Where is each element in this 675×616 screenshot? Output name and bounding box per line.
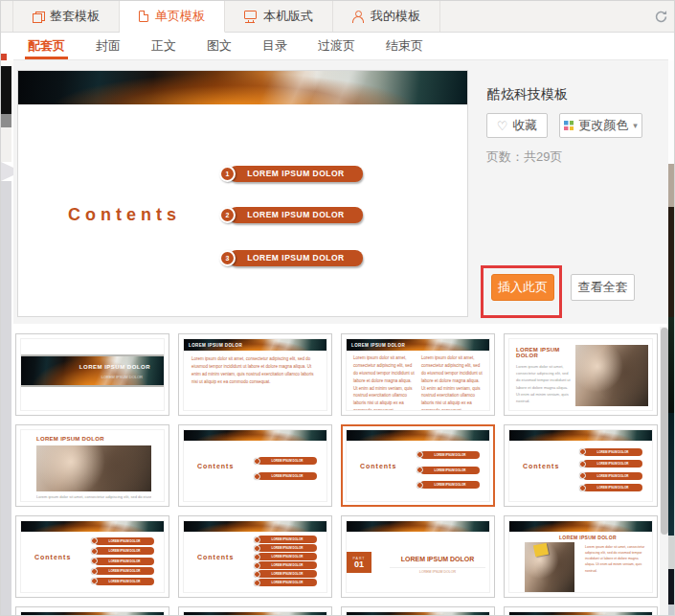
category-matching-pages[interactable]: 配套页 — [28, 33, 65, 59]
slide-banner-image — [184, 521, 326, 532]
contents-bar: LOREM IPSUM DOLOR — [254, 579, 317, 586]
slide-banner-image — [184, 612, 326, 616]
tab-my-templates[interactable]: 我的模板 — [333, 1, 440, 32]
slide-banner-image — [184, 430, 326, 441]
slide-banner-image — [21, 521, 164, 532]
thumbnail-partial[interactable] — [341, 606, 495, 616]
contents-bar: LOREM IPSUM DOLOR — [579, 448, 642, 456]
chevron-down-icon: ▾ — [633, 121, 638, 130]
contents-bar: LOREM IPSUM DOLOR — [416, 481, 480, 489]
refresh-icon[interactable] — [654, 10, 668, 24]
background-app-fragment — [668, 60, 675, 164]
contents-item-1: 1 LOREM IPSUM DOLOR — [219, 165, 368, 182]
template-title: 酷炫科技模板 — [487, 86, 568, 103]
category-text-image[interactable]: 图文 — [207, 33, 232, 59]
background-app-fragment — [668, 536, 675, 569]
item-bar-label: LOREM IPSUM DOLOR — [229, 207, 363, 223]
thumbnail-text-page[interactable]: LOREM IPSUM DOLOR Lorem ipsum dolor sit … — [178, 333, 332, 416]
background-app-fragment — [668, 413, 675, 536]
background-app-fragment — [668, 605, 675, 616]
thumbnail-grid: LOREM IPSUM DOLOR LOREM IPSUM DOLOR LORE… — [15, 333, 659, 616]
contents-bar: LOREM IPSUM DOLOR — [416, 451, 480, 459]
thumbnail-photo-text[interactable]: LOREM IPSUM DOLOR Lorem ipsum dolor sit … — [504, 515, 658, 598]
contents-bar: LOREM IPSUM DOLOR — [254, 536, 317, 543]
thumbnail-cover[interactable]: LOREM IPSUM DOLOR LOREM IPSUM DOLOR — [15, 333, 169, 416]
item-number-badge: 2 — [219, 207, 236, 223]
slide-banner-image — [347, 521, 489, 532]
thumbnail-partial[interactable] — [15, 606, 169, 616]
contents-bar: LOREM IPSUM DOLOR — [91, 567, 154, 575]
change-color-button[interactable]: 更改颜色 ▾ — [559, 113, 642, 138]
item-bar-label: LOREM IPSUM DOLOR — [229, 250, 363, 266]
user-icon — [352, 11, 364, 22]
thumbnail-contents-5[interactable]: Contents LOREM IPSUM DOLOR LOREM IPSUM D… — [15, 515, 169, 598]
top-tab-bar: 整套模板 单页模板 本机版式 我的模板 — [1, 1, 675, 33]
background-app-fragment — [1, 162, 13, 181]
template-dialog: 整套模板 单页模板 本机版式 我的模板 配套页 封面 正文 图文 目录 过渡页 … — [0, 0, 675, 616]
contents-bar: LOREM IPSUM DOLOR — [579, 472, 642, 480]
contents-heading: Contents — [68, 205, 181, 225]
thumbnail-two-column-text[interactable]: LOREM IPSUM DOLOR Lorem ipsum dolor sit … — [341, 333, 495, 416]
category-toc[interactable]: 目录 — [262, 33, 287, 59]
business-people-photo — [575, 345, 648, 406]
contents-bar: LOREM IPSUM DOLOR — [254, 544, 317, 552]
slide-banner-image — [347, 612, 489, 616]
slide-banner-image — [21, 612, 164, 616]
slide-banner-image — [509, 521, 652, 532]
contents-bar: LOREM IPSUM DOLOR — [579, 460, 642, 468]
slide-banner-image: LOREM IPSUM DOLOR LOREM IPSUM DOLOR — [21, 354, 164, 387]
thumbnail-title-photo[interactable]: LOREM IPSUM DOLOR Lorem ipsum dolor sit … — [504, 333, 658, 416]
item-bar-label: LOREM IPSUM DOLOR — [229, 166, 363, 182]
contents-bar: LOREM IPSUM DOLOR — [91, 558, 154, 565]
heart-icon: ♡ — [497, 120, 508, 132]
woman-with-folder-photo — [525, 542, 574, 592]
thumbnail-contents-4[interactable]: Contents LOREM IPSUM DOLOR LOREM IPSUM D… — [504, 424, 658, 507]
thumbnail-contents-3-selected[interactable]: Contents LOREM IPSUM DOLOR LOREM IPSUM D… — [341, 424, 495, 507]
category-bar: 配套页 封面 正文 图文 目录 过渡页 结束页 — [13, 33, 668, 60]
thumbnail-part-01[interactable]: PART 01 LOREM IPSUM DOLOR LOREM IPSUM DO… — [341, 515, 495, 598]
item-number-badge: 3 — [219, 250, 236, 266]
tutorial-highlight-box — [481, 265, 562, 318]
contents-bar: LOREM IPSUM DOLOR — [91, 578, 154, 585]
tab-single-page-templates[interactable]: 单页模板 — [120, 1, 225, 33]
background-app-fragment — [668, 207, 675, 317]
thumbnail-contents-2[interactable]: Contents LOREM IPSUM DOLOR LOREM IPSUM D… — [178, 424, 332, 507]
background-app-fragment — [1, 114, 11, 127]
page-count-label: 页数：共29页 — [486, 148, 562, 166]
background-app-fragment — [1, 181, 11, 616]
slide-banner-image — [347, 430, 489, 441]
thumbnail-partial[interactable] — [504, 606, 658, 616]
contents-bar: LOREM IPSUM DOLOR — [254, 457, 317, 465]
monitor-icon — [244, 11, 257, 19]
tab-label: 本机版式 — [263, 8, 313, 25]
contents-item-3: 3 LOREM IPSUM DOLOR — [219, 249, 368, 266]
contents-bar: LOREM IPSUM DOLOR — [579, 484, 642, 491]
part-number-box: PART 01 — [347, 552, 371, 573]
category-body[interactable]: 正文 — [151, 33, 176, 59]
contents-bar: LOREM IPSUM DOLOR — [254, 561, 317, 569]
view-full-set-button[interactable]: 查看全套 — [571, 274, 635, 301]
contents-bar: LOREM IPSUM DOLOR — [416, 467, 480, 474]
favorite-button[interactable]: ♡ 收藏 — [486, 113, 548, 138]
category-cover[interactable]: 封面 — [96, 33, 121, 59]
tab-label: 整套模板 — [50, 8, 100, 25]
category-transition[interactable]: 过渡页 — [318, 33, 355, 59]
contents-bar: LOREM IPSUM DOLOR — [254, 553, 317, 560]
thumbnail-contents-6[interactable]: Contents LOREM IPSUM DOLOR LOREM IPSUM D… — [178, 515, 332, 598]
scrollbar-thumb[interactable] — [661, 328, 668, 535]
background-app-fragment — [668, 317, 675, 413]
contents-bar: LOREM IPSUM DOLOR — [91, 547, 154, 555]
thumbnail-photo-page[interactable]: LOREM IPSUM DOLOR Lorem ipsum dolor sit … — [15, 424, 169, 507]
background-app-fragment — [1, 127, 11, 162]
category-ending[interactable]: 结束页 — [386, 33, 423, 59]
tab-local-layouts[interactable]: 本机版式 — [225, 1, 333, 32]
tab-label: 我的模板 — [371, 8, 420, 25]
thumbnail-partial[interactable] — [178, 606, 332, 616]
background-app-fragment — [668, 569, 675, 605]
page-icon — [139, 11, 148, 22]
tab-full-templates[interactable]: 整套模板 — [12, 1, 120, 32]
contents-bar: LOREM IPSUM DOLOR — [254, 472, 317, 480]
contents-bar: LOREM IPSUM DOLOR — [91, 537, 154, 545]
full-template-icon — [33, 11, 43, 22]
slide-preview[interactable]: Contents 1 LOREM IPSUM DOLOR 2 LOREM IPS… — [17, 70, 468, 317]
